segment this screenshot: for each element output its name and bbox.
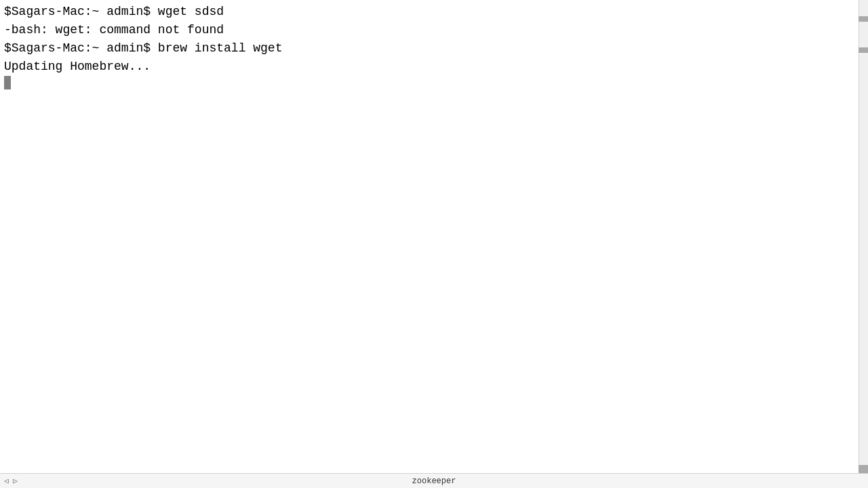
terminal-content[interactable]: $Sagars-Mac:~ admin$ wget sdsd -bash: wg… [0, 0, 868, 473]
scrollbar-track[interactable] [859, 0, 868, 473]
cursor-line [4, 76, 864, 89]
scrollbar-thumb-bottom[interactable] [859, 465, 868, 473]
status-bar: ◁ ▷ zookeeper [0, 473, 868, 488]
scrollbar-thumb-top[interactable] [859, 16, 868, 22]
status-left: ◁ ▷ [4, 476, 18, 485]
terminal-cursor [4, 76, 11, 89]
status-arrows-icon: ◁ ▷ [4, 476, 18, 485]
scrollbar-thumb-mid[interactable] [859, 47, 868, 53]
terminal-line-3: $Sagars-Mac:~ admin$ brew install wget [4, 39, 864, 58]
terminal-window: $Sagars-Mac:~ admin$ wget sdsd -bash: wg… [0, 0, 868, 488]
status-bar-label: zookeeper [412, 476, 456, 486]
terminal-line-4: Updating Homebrew... [4, 58, 864, 76]
terminal-line-2: -bash: wget: command not found [4, 21, 864, 39]
terminal-line-1: $Sagars-Mac:~ admin$ wget sdsd [4, 3, 864, 21]
